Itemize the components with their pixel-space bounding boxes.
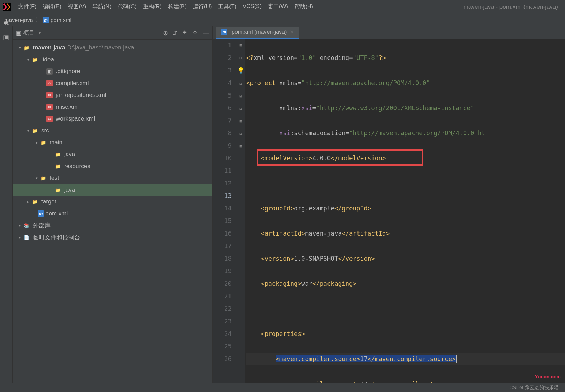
collapse-all-icon[interactable]: ⫩ (182, 29, 188, 37)
library-icon: 📚 (23, 222, 30, 229)
project-sidebar: ▣ 项目 ▾ ⊕ ⇵ ⫩ ⛭ — 📁maven-javaD:\java_base… (13, 26, 213, 383)
minimize-icon[interactable]: — (203, 29, 209, 37)
line-number-gutter: 1234567891011121314151617181920212223242… (213, 39, 236, 383)
menu-tools[interactable]: 工具(T) (218, 3, 236, 10)
menu-view[interactable]: 视图(V) (68, 3, 86, 10)
app-logo-icon (3, 3, 11, 11)
tree-root[interactable]: 📁maven-javaD:\java_base\maven-java (13, 42, 212, 54)
close-tab-icon[interactable]: ✕ (289, 29, 294, 35)
tree-misc-xml[interactable]: <>misc.xml (13, 101, 212, 113)
project-tree: 📁maven-javaD:\java_base\maven-java 📁.ide… (13, 40, 212, 383)
tree-jarrepos-xml[interactable]: <>jarRepositories.xml (13, 89, 212, 101)
source-folder-icon: 📁 (54, 151, 61, 158)
editor-area: m pom.xml (maven-java) ✕ 123456789101112… (213, 26, 565, 383)
tree-java-test[interactable]: 📁java (13, 184, 212, 196)
menu-run[interactable]: 运行(U) (193, 3, 212, 10)
tree-pom[interactable]: mpom.xml (13, 208, 212, 220)
menu-window[interactable]: 窗口(W) (268, 3, 288, 10)
tree-main[interactable]: 📁main (13, 137, 212, 148)
xml-file-icon: <> (46, 80, 53, 87)
folder-icon: 📁 (23, 44, 30, 51)
breadcrumb-file[interactable]: pom.xml (51, 17, 71, 23)
folder-icon: 📁 (40, 175, 47, 182)
scratch-icon: 📄 (23, 234, 30, 241)
menu-vcs[interactable]: VCS(S) (243, 3, 262, 10)
expand-all-icon[interactable]: ⇵ (172, 29, 178, 37)
folder-icon: 📁 (40, 139, 47, 146)
tree-target[interactable]: 📁target (13, 196, 212, 208)
menu-build[interactable]: 构建(B) (168, 3, 187, 10)
menu-navigate[interactable]: 导航(N) (92, 3, 111, 10)
tree-gitignore[interactable]: ◧.gitignore (13, 66, 212, 77)
status-text: CSDN @云边的快乐猫 (509, 385, 559, 391)
tree-external-libs[interactable]: 📚外部库 (13, 220, 212, 231)
status-bar: CSDN @云边的快乐猫 (0, 383, 565, 392)
maven-file-icon: m (221, 29, 227, 35)
editor-tabs: m pom.xml (maven-java) ✕ (213, 26, 565, 39)
menubar: 文件(F) 编辑(E) 视图(V) 导航(N) 代码(C) 重构(R) 构建(B… (0, 0, 565, 14)
chevron-down-icon[interactable]: ▾ (39, 31, 41, 36)
text-cursor (456, 355, 457, 363)
settings-icon[interactable]: ⛭ (192, 29, 198, 37)
tree-compiler-xml[interactable]: <>compiler.xml (13, 77, 212, 89)
tree-java-main[interactable]: 📁java (13, 148, 212, 160)
intention-bulb-icon[interactable]: 💡 (237, 64, 244, 77)
fold-gutter: ⊟⊟💡⊟⊟⊟⊟⊟⊟ (236, 39, 245, 383)
xml-file-icon: <> (46, 92, 53, 99)
target-folder-icon: 📁 (31, 198, 38, 205)
menu-edit[interactable]: 编辑(E) (43, 3, 61, 10)
window-title: maven-java - pom.xml (maven-java) (464, 3, 558, 10)
breadcrumb-root[interactable]: maven-java (4, 17, 33, 23)
xml-file-icon: <> (46, 103, 53, 110)
folder-icon: 📁 (31, 127, 38, 134)
tab-pom[interactable]: m pom.xml (maven-java) ✕ (216, 27, 299, 39)
chevron-right-icon: 〉 (35, 16, 41, 24)
navigation-bar: maven-java 〉 m pom.xml (0, 14, 565, 26)
xml-file-icon: <> (46, 115, 53, 122)
tree-src[interactable]: 📁src (13, 125, 212, 137)
gitignore-icon: ◧ (46, 68, 53, 75)
select-opened-file-icon[interactable]: ⊕ (163, 29, 168, 37)
tree-idea[interactable]: 📁.idea (13, 54, 212, 66)
code-editor[interactable]: 1234567891011121314151617181920212223242… (213, 39, 565, 383)
menu-code[interactable]: 代码(C) (118, 3, 136, 10)
tool-window-bar: 项目 ▣ (0, 26, 13, 383)
menu-help[interactable]: 帮助(H) (294, 3, 313, 10)
resources-folder-icon: 📁 (54, 163, 61, 170)
menu-file[interactable]: 文件(F) (18, 3, 36, 10)
test-folder-icon: 📁 (54, 186, 61, 193)
folder-icon: 📁 (31, 56, 38, 63)
tree-resources[interactable]: 📁resources (13, 160, 212, 172)
tree-scratches[interactable]: 📄临时文件和控制台 (13, 231, 212, 243)
project-view-icon: ▣ (16, 30, 21, 36)
window-icon[interactable]: ▣ (3, 33, 9, 41)
menu-refactor[interactable]: 重构(R) (143, 3, 162, 10)
watermark: Yuucn.com (535, 374, 561, 379)
tree-test[interactable]: 📁test (13, 172, 212, 184)
maven-file-icon: m (43, 17, 49, 23)
maven-file-icon: m (38, 210, 44, 217)
sidebar-title: 项目 (23, 29, 35, 37)
code-content[interactable]: <?xml version="1.0" encoding="UTF-8"?> <… (245, 39, 565, 383)
tree-workspace-xml[interactable]: <>workspace.xml (13, 113, 212, 125)
